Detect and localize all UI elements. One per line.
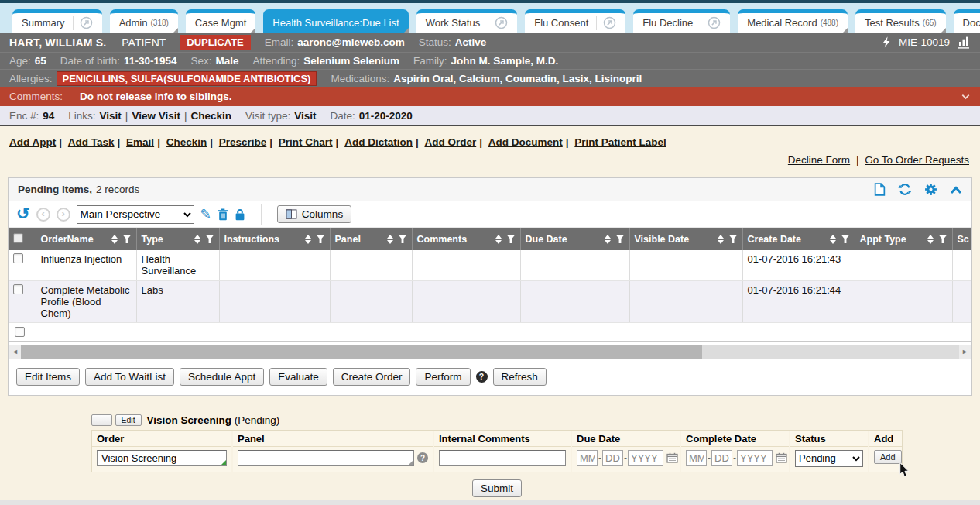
filter-icon[interactable]	[507, 235, 516, 243]
sort-icon[interactable]	[305, 235, 311, 244]
tab-test-results[interactable]: Test Results (65)	[855, 9, 946, 33]
scroll-right-arrow[interactable]: ►	[959, 345, 971, 359]
reset-perspective-icon[interactable]: ↺	[16, 205, 30, 222]
panel-input[interactable]	[238, 450, 414, 466]
select-all-checkbox[interactable]	[13, 233, 23, 243]
tab-documents[interactable]: Documents (275)	[954, 9, 980, 33]
columns-button[interactable]: Columns	[277, 205, 351, 223]
sort-icon[interactable]	[495, 235, 502, 244]
submit-button[interactable]: Submit	[472, 479, 522, 497]
tab-medical-record[interactable]: Medical Record (488)	[738, 9, 848, 33]
table-row[interactable]: Influenza Injection Health Surveillance …	[9, 250, 971, 280]
tab-admin[interactable]: Admin (318)	[110, 9, 178, 33]
row-checkbox[interactable]	[13, 253, 23, 263]
prev-perspective-icon[interactable]: ‹	[36, 208, 50, 222]
filter-icon[interactable]	[939, 235, 947, 243]
internal-comments-input[interactable]	[439, 450, 566, 466]
sort-icon[interactable]	[111, 235, 118, 244]
sort-icon[interactable]	[718, 235, 724, 244]
scroll-left-arrow[interactable]: ◄	[9, 345, 21, 359]
status-select[interactable]: Pending	[795, 450, 863, 467]
col-header-panel[interactable]: Panel	[335, 234, 361, 245]
link-print-chart[interactable]: Print Chart	[279, 136, 333, 148]
link-add-dictation[interactable]: Add Dictation	[344, 136, 413, 148]
collapse-panel-icon[interactable]	[950, 185, 962, 194]
table-row[interactable]: Complete Metabolic Profile (Blood Chem) …	[9, 280, 971, 322]
tab-summary[interactable]: Summary	[12, 9, 102, 33]
filter-icon[interactable]	[729, 235, 738, 243]
add-to-waitlist-button[interactable]: Add To WaitList	[85, 368, 174, 386]
popout-icon[interactable]	[80, 16, 93, 29]
evaluate-button[interactable]: Evaluate	[269, 368, 327, 386]
link-add-task[interactable]: Add Task	[68, 136, 115, 148]
col-header-sc[interactable]: Sc	[958, 234, 969, 245]
bar-chart-icon[interactable]	[958, 36, 971, 49]
due-date-yyyy-input[interactable]	[628, 450, 663, 466]
tab-work-status[interactable]: Work Status	[416, 9, 518, 33]
footer-checkbox[interactable]	[15, 327, 25, 337]
duplicate-badge[interactable]: DUPLICATE	[180, 35, 250, 50]
gear-icon[interactable]	[924, 183, 937, 196]
edit-order-button[interactable]: Edit	[115, 414, 142, 426]
filter-icon[interactable]	[399, 235, 407, 243]
scrollbar-thumb[interactable]	[21, 345, 702, 359]
link-decline-form[interactable]: Decline Form	[788, 154, 850, 166]
comments-collapse-icon[interactable]	[961, 91, 971, 101]
enc-link-view-visit[interactable]: View Visit	[132, 110, 180, 122]
link-print-patient-label[interactable]: Print Patient Label	[574, 136, 666, 148]
sort-icon[interactable]	[387, 235, 393, 244]
filter-icon[interactable]	[841, 235, 850, 243]
col-header-ordername[interactable]: OrderName	[41, 234, 94, 245]
sort-icon[interactable]	[194, 235, 200, 244]
allergies-badge[interactable]: PENICILLINS, SULFA(SULFONAMIDE ANTIBIOTI…	[57, 71, 317, 86]
due-date-dd-input[interactable]	[602, 450, 623, 466]
sort-icon[interactable]	[927, 235, 934, 244]
filter-icon[interactable]	[616, 235, 625, 243]
link-add-document[interactable]: Add Document	[488, 136, 563, 148]
col-header-comments[interactable]: Comments	[417, 234, 468, 245]
sort-icon[interactable]	[605, 235, 611, 244]
help-icon[interactable]: ?	[476, 371, 488, 383]
col-header-instructions[interactable]: Instructions	[224, 234, 280, 245]
due-date-mm-input[interactable]	[577, 450, 598, 466]
lightning-icon[interactable]	[881, 36, 891, 48]
complete-date-dd-input[interactable]	[711, 450, 732, 466]
enc-link-visit[interactable]: Visit	[100, 110, 122, 122]
filter-icon[interactable]	[123, 235, 132, 243]
tab-health-surveillance-due-list[interactable]: Health Surveillance:Due List	[263, 9, 408, 33]
calendar-icon[interactable]	[666, 452, 678, 463]
delete-perspective-icon[interactable]	[218, 208, 228, 221]
perspective-select[interactable]: Main Perspective	[77, 205, 194, 224]
refresh-icon[interactable]	[898, 183, 912, 196]
calendar-icon[interactable]	[776, 452, 787, 463]
tab-case-mgmt[interactable]: Case Mgmt	[186, 9, 255, 33]
col-header-create-date[interactable]: Create Date	[748, 234, 801, 245]
row-checkbox[interactable]	[13, 284, 23, 294]
filter-icon[interactable]	[206, 235, 214, 243]
popout-icon[interactable]	[603, 16, 616, 29]
tab-flu-consent[interactable]: Flu Consent	[525, 9, 625, 33]
link-add-appt[interactable]: Add Appt	[9, 136, 56, 148]
order-input[interactable]	[97, 450, 227, 466]
link-add-order[interactable]: Add Order	[424, 136, 476, 148]
collapse-order-button[interactable]: —	[91, 414, 112, 426]
col-header-due-date[interactable]: Due Date	[526, 234, 567, 245]
add-order-row-button[interactable]: Add	[874, 450, 902, 464]
sort-icon[interactable]	[830, 235, 836, 244]
tab-flu-decline[interactable]: Flu Decline	[633, 9, 730, 33]
enc-link-checkin[interactable]: Checkin	[190, 110, 231, 122]
edit-perspective-icon[interactable]: ✎	[200, 206, 211, 222]
complete-date-mm-input[interactable]	[686, 450, 707, 466]
perform-button[interactable]: Perform	[416, 368, 470, 386]
col-header-appt-type[interactable]: Appt Type	[860, 234, 906, 245]
popout-icon[interactable]	[495, 16, 508, 29]
next-perspective-icon[interactable]: ›	[57, 208, 70, 222]
panel-help-icon[interactable]: ?	[417, 452, 428, 463]
edit-items-button[interactable]: Edit Items	[16, 368, 80, 386]
refresh-button[interactable]: Refresh	[493, 368, 547, 386]
col-header-visible-date[interactable]: Visible Date	[635, 234, 690, 245]
lock-perspective-icon[interactable]	[235, 208, 245, 221]
schedule-appt-button[interactable]: Schedule Appt	[180, 368, 264, 386]
create-order-button[interactable]: Create Order	[333, 368, 411, 386]
link-prescribe[interactable]: Prescribe	[219, 136, 267, 148]
